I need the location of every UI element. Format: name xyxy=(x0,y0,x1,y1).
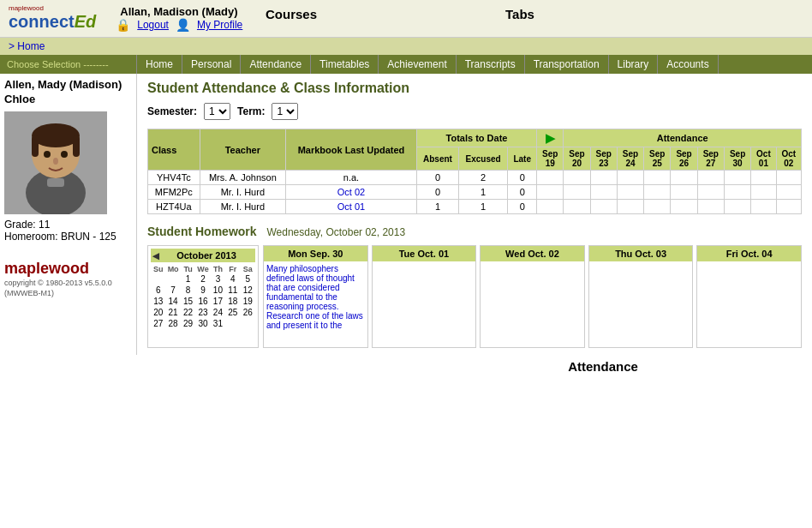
date-sep30: Sep30 xyxy=(724,147,750,171)
cal-cell-14[interactable]: 14 xyxy=(165,296,180,307)
cal-cell-22[interactable]: 22 xyxy=(181,307,195,318)
cal-cell-15[interactable]: 15 xyxy=(181,296,195,307)
student-avatar xyxy=(4,111,107,214)
nav-tab-personal[interactable]: Personal xyxy=(182,55,241,74)
day-col-header-mon-sep30[interactable]: Mon Sep. 30 xyxy=(264,246,367,261)
table-row: YHV4Tc Mrs. A. Johnson n.a. 0 2 0 xyxy=(148,171,802,185)
day-col-header-fri-oct04[interactable]: Fri Oct. 04 xyxy=(697,246,801,261)
copyright-text: copyright © 1980-2013 v5.5.0.0 (MWWEB-M1… xyxy=(4,278,132,299)
cal-day-th: Th xyxy=(211,265,225,273)
day-col-body-thu-oct03 xyxy=(589,261,693,347)
cal-cell-6[interactable]: 6 xyxy=(151,285,165,296)
attendance-header: Attendance xyxy=(564,129,802,147)
date-sep26: Sep26 xyxy=(671,147,697,171)
calendar-prev-button[interactable]: ◀ xyxy=(152,251,159,261)
cal-cell-19[interactable]: 19 xyxy=(241,296,255,307)
row3-markbook-link[interactable]: Oct 01 xyxy=(337,201,365,212)
cal-cell-23[interactable]: 23 xyxy=(195,307,210,318)
col-teacher-header: Teacher xyxy=(200,129,285,171)
cal-cell-29[interactable]: 29 xyxy=(181,318,195,329)
date-oct02: Oct02 xyxy=(776,147,801,171)
date-sep24: Sep24 xyxy=(617,147,643,171)
cal-cell-8[interactable]: 8 xyxy=(181,285,195,296)
row3-teacher: Mr. I. Hurd xyxy=(200,200,285,214)
day-col-tue-oct01: Tue Oct. 01 xyxy=(372,245,477,348)
row2-late: 0 xyxy=(508,185,537,200)
svg-point-6 xyxy=(44,151,51,158)
row3-late: 0 xyxy=(508,200,537,214)
nav-tab-transcripts[interactable]: Transcripts xyxy=(457,55,525,74)
cal-cell-25[interactable]: 25 xyxy=(225,307,240,318)
myprofile-link[interactable]: My Profile xyxy=(197,19,242,31)
cal-cell-30[interactable]: 30 xyxy=(195,318,210,329)
nav-tab-library[interactable]: Library xyxy=(609,55,659,74)
row1-late: 0 xyxy=(508,171,537,185)
cal-day-sa: Sa xyxy=(241,265,255,273)
nav-tab-transportation[interactable]: Transportation xyxy=(525,55,609,74)
cal-cell-28[interactable]: 28 xyxy=(165,318,180,329)
row2-markbook-link[interactable]: Oct 02 xyxy=(337,187,365,197)
row1-teacher: Mrs. A. Johnson xyxy=(200,171,285,185)
cal-cell xyxy=(241,318,255,329)
term-select[interactable]: 1 2 3 4 xyxy=(272,103,298,120)
logo-maple: maplewood xyxy=(9,5,96,12)
semester-select[interactable]: 1 2 xyxy=(204,103,230,120)
day-col-header-tue-oct01[interactable]: Tue Oct. 01 xyxy=(373,246,476,261)
nav-tab-accounts[interactable]: Accounts xyxy=(658,55,718,74)
calendar-header: ◀ October 2013 xyxy=(151,249,255,262)
logout-link[interactable]: Logout xyxy=(137,19,169,31)
row2-absent: 0 xyxy=(416,185,458,200)
day-col-header-wed-oct02[interactable]: Wed Oct. 02 xyxy=(481,246,584,261)
annotation-tabs: Tabs xyxy=(505,7,534,21)
cal-cell-20[interactable]: 20 xyxy=(151,307,165,318)
cal-cell-4[interactable]: 4 xyxy=(225,273,240,285)
cal-cell-10[interactable]: 10 xyxy=(211,285,225,296)
cal-cell-12[interactable]: 12 xyxy=(241,285,255,296)
totals-header: Totals to Date xyxy=(416,129,536,147)
day-col-header-thu-oct03[interactable]: Thu Oct. 03 xyxy=(589,246,693,261)
cal-cell-24[interactable]: 24 xyxy=(211,307,225,318)
cal-cell-26[interactable]: 26 xyxy=(241,307,255,318)
choose-selection: Choose Selection -------- xyxy=(0,55,137,74)
cal-cell-11[interactable]: 11 xyxy=(225,285,240,296)
cal-cell-27[interactable]: 27 xyxy=(151,318,165,329)
day-col-mon-sep30: Mon Sep. 30 Many philosophers defined la… xyxy=(263,245,368,348)
svg-point-7 xyxy=(61,151,68,158)
absent-header: Absent xyxy=(416,147,458,171)
cal-cell-16[interactable]: 16 xyxy=(195,296,210,307)
attendance-table: Class Teacher Markbook Last Updated Tota… xyxy=(147,129,802,214)
cal-cell-31[interactable]: 31 xyxy=(211,318,225,329)
user-name: Allan, Madison (Mady) xyxy=(120,5,242,18)
nav-tab-achievement[interactable]: Achievement xyxy=(379,55,456,74)
day-columns: Mon Sep. 30 Many philosophers defined la… xyxy=(263,245,802,348)
homework-title: Student Homework Wednesday, October 02, … xyxy=(147,225,802,238)
table-row: MFM2Pc Mr. I. Hurd Oct 02 0 1 0 xyxy=(148,185,802,200)
homework-link-mon-sep30[interactable]: Many philosophers defined laws of though… xyxy=(266,264,363,330)
nav-tab-attendance[interactable]: Attendance xyxy=(241,55,311,74)
green-arrow-cell: ▶ xyxy=(537,129,564,147)
cal-cell-1[interactable]: 1 xyxy=(181,273,195,285)
nav-tab-timetables[interactable]: Timetables xyxy=(311,55,379,74)
row3-class: HZT4Ua xyxy=(148,200,200,214)
cal-cell-21[interactable]: 21 xyxy=(165,307,180,318)
cal-cell-9[interactable]: 9 xyxy=(195,285,210,296)
cal-cell xyxy=(165,273,180,285)
homework-calendar-area: ◀ October 2013 Su Mo Tu We Th Fr Sa xyxy=(147,245,802,348)
cal-cell-7[interactable]: 7 xyxy=(165,285,180,296)
home-breadcrumb-link[interactable]: > Home xyxy=(9,40,45,52)
cal-cell-3[interactable]: 3 xyxy=(211,273,225,285)
row1-absent: 0 xyxy=(416,171,458,185)
student-homeroom: Homeroom: BRUN - 125 xyxy=(4,231,132,243)
logout-icon: 🔒 xyxy=(116,18,130,32)
cal-cell-13[interactable]: 13 xyxy=(151,296,165,307)
maplewood-logo-maple: maple xyxy=(4,260,49,277)
main-area: Allen, Mady (Madison) Chloe xyxy=(0,74,812,355)
green-arrow-icon: ▶ xyxy=(546,131,555,145)
svg-rect-4 xyxy=(32,135,39,157)
nav-tab-home[interactable]: Home xyxy=(137,55,182,74)
cal-cell-2[interactable]: 2 xyxy=(195,273,210,285)
myprofile-icon: 👤 xyxy=(176,18,190,32)
cal-cell-17[interactable]: 17 xyxy=(211,296,225,307)
cal-cell-18[interactable]: 18 xyxy=(225,296,240,307)
cal-cell-5[interactable]: 5 xyxy=(241,273,255,285)
